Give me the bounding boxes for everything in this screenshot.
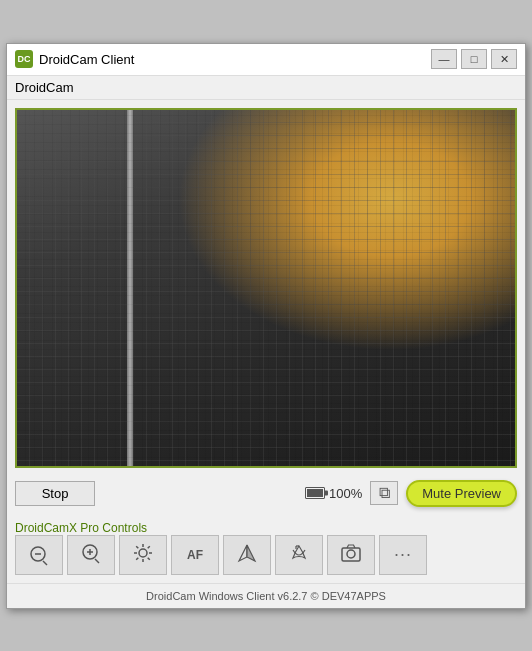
autofocus-button[interactable]: AF xyxy=(171,535,219,575)
menu-bar: DroidCam xyxy=(7,76,525,100)
battery-fill xyxy=(307,489,323,497)
brightness-icon xyxy=(132,542,154,568)
menu-droidcam[interactable]: DroidCam xyxy=(15,80,74,95)
zoom-out-icon xyxy=(28,544,50,566)
maximize-button[interactable]: □ xyxy=(461,49,487,69)
close-button[interactable]: ✕ xyxy=(491,49,517,69)
main-window: DC DroidCam Client — □ ✕ DroidCam Stop xyxy=(6,43,526,609)
zoom-in-icon xyxy=(80,542,102,568)
svg-line-6 xyxy=(95,559,99,563)
svg-point-21 xyxy=(347,550,355,558)
video-feed xyxy=(15,108,517,468)
svg-point-7 xyxy=(139,549,147,557)
screenshot-icon: ⧉ xyxy=(379,484,390,502)
title-bar: DC DroidCam Client — □ ✕ xyxy=(7,44,525,76)
svg-line-2 xyxy=(43,561,47,565)
autofocus-label: AF xyxy=(187,548,203,562)
window-controls: — □ ✕ xyxy=(431,49,517,69)
svg-line-15 xyxy=(136,557,138,559)
photo-button[interactable] xyxy=(327,535,375,575)
mute-preview-button[interactable]: Mute Preview xyxy=(406,480,517,507)
app-icon: DC xyxy=(15,50,33,68)
window-title: DroidCam Client xyxy=(39,52,431,67)
tool-buttons-row: AF xyxy=(15,535,517,575)
battery-percent: 100% xyxy=(329,486,362,501)
minimize-button[interactable]: — xyxy=(431,49,457,69)
flip-horizontal-button[interactable] xyxy=(223,535,271,575)
battery-info: 100% xyxy=(305,486,362,501)
flip-horizontal-icon xyxy=(236,542,258,568)
brightness-button[interactable] xyxy=(119,535,167,575)
svg-line-14 xyxy=(148,546,150,548)
svg-marker-16 xyxy=(239,545,247,561)
pro-controls-label: DroidCamX Pro Controls xyxy=(15,521,517,535)
footer-text: DroidCam Windows Client v6.2.7 © DEV47AP… xyxy=(146,590,386,602)
svg-line-13 xyxy=(148,557,150,559)
flip-vertical-icon xyxy=(288,542,310,568)
video-overlay xyxy=(17,110,515,466)
stop-button[interactable]: Stop xyxy=(15,481,95,506)
zoom-out-button[interactable] xyxy=(15,535,63,575)
svg-marker-17 xyxy=(247,545,255,561)
battery-icon xyxy=(305,487,325,499)
main-content: Stop 100% ⧉ Mute Preview DroidCamX Pro C… xyxy=(7,100,525,583)
flip-vertical-button[interactable] xyxy=(275,535,323,575)
more-icon: ··· xyxy=(394,544,412,565)
camera-icon xyxy=(340,542,362,568)
controls-row: Stop 100% ⧉ Mute Preview xyxy=(15,476,517,511)
more-button[interactable]: ··· xyxy=(379,535,427,575)
pro-controls-section: DroidCamX Pro Controls xyxy=(15,519,517,575)
screenshot-button[interactable]: ⧉ xyxy=(370,481,398,505)
footer: DroidCam Windows Client v6.2.7 © DEV47AP… xyxy=(7,583,525,608)
svg-line-12 xyxy=(136,546,138,548)
zoom-in-button[interactable] xyxy=(67,535,115,575)
